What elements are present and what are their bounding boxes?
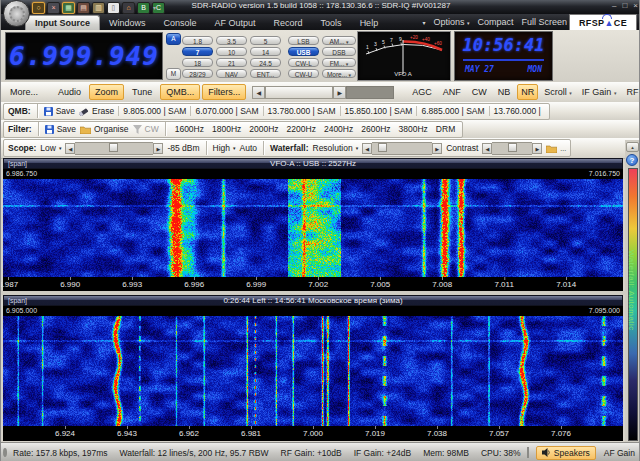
- menu-options[interactable]: Options ▾: [433, 17, 469, 27]
- chevron-down-icon[interactable]: ▾: [422, 19, 425, 26]
- minimize-button[interactable]: –: [612, 1, 616, 10]
- filter-organise-button[interactable]: Organise: [80, 124, 129, 134]
- dsp-nr-button[interactable]: NR: [517, 84, 538, 100]
- band-button-7[interactable]: 7: [182, 47, 213, 56]
- scroll-right-icon[interactable]: ▶: [333, 86, 346, 99]
- scroll-dropdown[interactable]: Scroll ▾: [540, 85, 576, 99]
- audio-button[interactable]: Audio: [52, 84, 87, 100]
- mode-button-FM...[interactable]: FM... ▾: [322, 58, 356, 67]
- filter-width-3800hz[interactable]: 3800Hz: [396, 124, 431, 134]
- slider-thumb[interactable]: [109, 143, 118, 152]
- scope-low-dropdown[interactable]: Low▾: [40, 143, 61, 153]
- calendar-icon[interactable]: ▤: [77, 2, 90, 14]
- span-scrollbar[interactable]: ◀ ▶: [252, 86, 394, 99]
- collapse-button[interactable]: ▴: [626, 142, 639, 152]
- band-button-28/29[interactable]: 28/29: [182, 69, 213, 78]
- menu-af-output[interactable]: AF Output: [206, 16, 265, 30]
- scope-low-slider[interactable]: ◀ ▶: [65, 143, 163, 154]
- scope-high-dropdown[interactable]: High▾: [213, 143, 236, 153]
- scroll-left-icon[interactable]: ◀: [252, 86, 265, 99]
- slider-thumb[interactable]: [378, 143, 387, 152]
- app-menu-orb[interactable]: [3, 0, 30, 27]
- filter-width-drm[interactable]: DRM: [433, 124, 458, 134]
- menu-compact[interactable]: Compact: [477, 17, 513, 27]
- qmb-memory-button[interactable]: 13.760.000 |: [489, 106, 545, 116]
- qmb-memory-button[interactable]: 13.780.000 | SAM: [263, 106, 340, 116]
- slider-right-icon[interactable]: ▶: [532, 143, 542, 154]
- mode-button-CW-U[interactable]: CW-U: [288, 69, 319, 78]
- zoom-button[interactable]: Zoom: [89, 84, 124, 100]
- band-button-3.5[interactable]: 3.5: [216, 36, 247, 45]
- mode-button-More...[interactable]: More... ▾: [322, 69, 356, 78]
- filter-width-1600hz[interactable]: 1600Hz: [172, 124, 207, 134]
- qmb-memory-button[interactable]: 6.885.000 | SAM: [416, 106, 488, 116]
- scope-level-button[interactable]: -85 dBm: [167, 143, 199, 153]
- menu-console[interactable]: Console: [155, 16, 206, 30]
- files-icon[interactable]: ▥: [92, 2, 105, 14]
- mode-button-LSB[interactable]: LSB: [288, 36, 319, 45]
- slider-thumb[interactable]: [508, 143, 517, 152]
- more-button[interactable]: More...: [4, 84, 44, 100]
- slider-right-icon[interactable]: ▶: [153, 143, 163, 154]
- vfo-b-icon[interactable]: B: [137, 2, 150, 14]
- waterfall-options-button[interactable]: ...: [546, 144, 566, 153]
- qmb-memory-button[interactable]: 15.850.100 | SAM: [340, 106, 417, 116]
- vfo-a-button[interactable]: A: [166, 33, 181, 45]
- band-button-24.5[interactable]: 24.5: [250, 58, 281, 67]
- qmb-save-button[interactable]: Save: [44, 106, 75, 116]
- display-icon[interactable]: ▦: [62, 2, 75, 14]
- band-button-1.8[interactable]: 1.8: [182, 36, 213, 45]
- dsp-agc-button[interactable]: AGC: [408, 84, 436, 100]
- tools-icon[interactable]: ×: [47, 2, 60, 14]
- menu-fullscreen[interactable]: Full Screen: [521, 17, 567, 27]
- document-icon[interactable]: ▯: [107, 2, 120, 14]
- band-button-10[interactable]: 10: [216, 47, 247, 56]
- help-icon[interactable]: ?: [626, 154, 638, 166]
- contrast-slider[interactable]: ◀ ▶: [482, 143, 542, 154]
- mode-button-USB[interactable]: USB: [288, 47, 319, 56]
- tune-button[interactable]: Tune: [126, 84, 158, 100]
- maximize-button[interactable]: □: [622, 1, 627, 10]
- vfo-m-button[interactable]: M: [166, 68, 181, 80]
- scrollbar-thumb[interactable]: [265, 86, 333, 99]
- waterfall-display-vfo-a[interactable]: [3, 179, 623, 277]
- slider-left-icon[interactable]: ◀: [65, 143, 75, 154]
- band-button-21[interactable]: 21: [216, 58, 247, 67]
- qmb-memory-button[interactable]: 9.805.000 | SAM: [118, 106, 190, 116]
- menu-tools[interactable]: Tools: [312, 16, 351, 30]
- slider-left-icon[interactable]: ◀: [482, 143, 492, 154]
- tab-input-source[interactable]: Input Source: [25, 15, 100, 30]
- qmb-erase-button[interactable]: Erase: [79, 106, 114, 116]
- band-button-5[interactable]: 5: [250, 36, 281, 45]
- scrollbar-track[interactable]: [346, 86, 394, 99]
- mode-button-DSB[interactable]: DSB: [322, 47, 356, 56]
- power-icon[interactable]: ○: [32, 2, 45, 14]
- waterfall2-header[interactable]: [span] 0:26:44 Left :: 14:56:41 Московск…: [3, 295, 623, 306]
- waterfall-display-full-span[interactable]: [3, 316, 623, 426]
- band-button-14[interactable]: 14: [250, 47, 281, 56]
- filter-width-2200hz[interactable]: 2200Hz: [284, 124, 319, 134]
- dsp-cw-button[interactable]: CW: [468, 84, 491, 100]
- filter-cw-button[interactable]: CW: [133, 124, 159, 134]
- band-button-18[interactable]: 18: [182, 58, 213, 67]
- menu-windows[interactable]: Windows: [100, 16, 155, 30]
- frequency-display[interactable]: 6.999.949: [5, 32, 163, 80]
- filter-width-1800hz[interactable]: 1800Hz: [209, 124, 244, 134]
- slider-left-icon[interactable]: ◀: [362, 143, 372, 154]
- filter-width-2400hz[interactable]: 2400Hz: [321, 124, 356, 134]
- filters-button[interactable]: Filters...: [202, 84, 246, 100]
- mode-button-CW-L[interactable]: CW-L: [288, 58, 319, 67]
- menu-record[interactable]: Record: [265, 16, 312, 30]
- dsp-nb-button[interactable]: NB: [494, 84, 515, 100]
- home-icon[interactable]: ⌂: [122, 2, 135, 14]
- dsp-anf-button[interactable]: ANF: [439, 84, 465, 100]
- mode-button-AM...[interactable]: AM... ▾: [322, 36, 356, 45]
- speakers-button[interactable]: Speakers: [536, 446, 596, 460]
- band-button-ENT...[interactable]: ENT...: [250, 69, 281, 78]
- menu-help[interactable]: Help: [351, 16, 388, 30]
- close-button[interactable]: ×: [633, 1, 638, 10]
- filter-width-2000hz[interactable]: 2000Hz: [246, 124, 281, 134]
- if-gain-dropdown[interactable]: IF Gain ▾: [578, 85, 621, 99]
- filter-width-2600hz[interactable]: 2600Hz: [358, 124, 393, 134]
- slider-right-icon[interactable]: ▶: [432, 143, 442, 154]
